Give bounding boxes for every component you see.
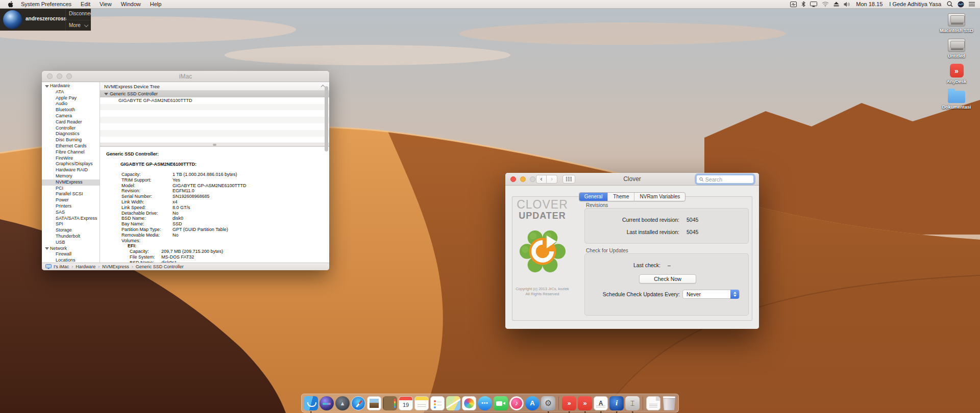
sidebar-item[interactable]: Disc Burning bbox=[42, 137, 100, 143]
tree-row-controller[interactable]: Generic SSD Controller bbox=[100, 91, 329, 97]
check-now-button[interactable]: Check Now bbox=[639, 274, 696, 283]
dock-app[interactable] bbox=[446, 396, 461, 411]
breadcrumb-item[interactable]: I's iMac› bbox=[54, 264, 76, 269]
dock-app[interactable] bbox=[662, 396, 677, 411]
sidebar-item[interactable]: Storage bbox=[42, 227, 100, 234]
sidebar-item[interactable]: NVMExpress bbox=[42, 179, 100, 186]
sidebar-item[interactable]: USB bbox=[42, 240, 100, 246]
dock-app[interactable]: ••• bbox=[477, 396, 493, 411]
detail-scrollbar[interactable] bbox=[324, 83, 329, 262]
sidebar-item[interactable]: Diagnostics bbox=[42, 131, 100, 137]
menu-clock[interactable]: Mon 18.15 bbox=[855, 1, 884, 7]
menu-item[interactable]: System Preferences bbox=[16, 0, 76, 9]
minimize-button[interactable] bbox=[520, 176, 526, 182]
dock-app[interactable]: ⌶ bbox=[625, 396, 640, 411]
menu-item[interactable]: View bbox=[95, 0, 116, 9]
dock-app[interactable] bbox=[641, 396, 645, 411]
desktop-icon[interactable]: » AnyDesk bbox=[937, 63, 976, 84]
tab[interactable]: General bbox=[579, 193, 608, 201]
dock-app[interactable] bbox=[382, 396, 398, 411]
device-tree-header[interactable]: NVMExpress Device Tree bbox=[100, 82, 329, 91]
dock-app[interactable] bbox=[366, 396, 382, 411]
back-button[interactable]: ‹ bbox=[536, 175, 547, 184]
breadcrumb-item[interactable]: Generic SSD Controller› bbox=[136, 264, 184, 269]
dock-app[interactable]: ▲ bbox=[335, 396, 350, 411]
sidebar-item[interactable]: PCI bbox=[42, 186, 100, 192]
more-button[interactable]: More bbox=[69, 22, 81, 28]
desktop-icon[interactable]: Untitled bbox=[937, 38, 976, 59]
sidebar-item[interactable]: Graphics/Displays bbox=[42, 161, 100, 167]
dock-app[interactable]: A bbox=[593, 396, 608, 411]
sidebar-item[interactable]: Hardware bbox=[42, 83, 100, 89]
sidebar-item[interactable]: Card Reader bbox=[42, 119, 100, 125]
spotlight-search-icon[interactable] bbox=[947, 1, 953, 7]
sidebar-item[interactable]: Memory bbox=[42, 173, 100, 179]
dock-app[interactable] bbox=[319, 396, 334, 411]
dock-app[interactable] bbox=[556, 396, 561, 411]
disconnect-button[interactable]: Disconnect bbox=[69, 11, 91, 16]
sidebar-item[interactable]: Controller bbox=[42, 125, 100, 132]
sidebar-item[interactable]: Audio bbox=[42, 101, 100, 107]
sidebar-item[interactable]: SPI bbox=[42, 221, 100, 227]
pane-splitter[interactable] bbox=[100, 143, 329, 147]
forward-button[interactable]: › bbox=[547, 175, 557, 184]
tab[interactable]: Theme bbox=[608, 193, 634, 201]
apple-menu-icon[interactable] bbox=[5, 1, 16, 8]
sidebar-item[interactable]: Fibre Channel bbox=[42, 149, 100, 156]
dock-app[interactable] bbox=[430, 396, 445, 411]
sidebar-item[interactable]: FireWire bbox=[42, 156, 100, 162]
tab[interactable]: NVRam Variables bbox=[634, 193, 685, 201]
dock-app[interactable] bbox=[461, 396, 477, 411]
menu-item[interactable]: Help bbox=[145, 0, 166, 9]
menu-user-name[interactable]: I Gede Adhitiya Yasa bbox=[888, 1, 942, 7]
sidebar-item[interactable]: Power bbox=[42, 197, 100, 203]
zoom-button[interactable] bbox=[530, 176, 535, 182]
tree-row-device[interactable]: GIGABYTE GP-ASM2NE6100TTTD bbox=[100, 97, 329, 104]
sidebar-item[interactable]: Bluetooth bbox=[42, 107, 100, 113]
sidebar-item[interactable]: Firewall bbox=[42, 251, 100, 257]
sidebar-item[interactable]: Thunderbolt bbox=[42, 234, 100, 240]
dock-app[interactable] bbox=[351, 396, 366, 411]
dock-app[interactable]: » bbox=[561, 396, 577, 411]
wifi-icon[interactable] bbox=[822, 2, 829, 7]
breadcrumb-item[interactable]: NVMExpress› bbox=[102, 264, 136, 269]
scrollbar-thumb[interactable] bbox=[325, 86, 328, 151]
clover-titlebar[interactable]: ‹ › Clover bbox=[505, 173, 759, 186]
search-input[interactable] bbox=[705, 176, 751, 183]
dock-app[interactable]: ♪ bbox=[509, 396, 524, 411]
dock-app[interactable] bbox=[414, 396, 429, 411]
breadcrumb-item[interactable]: Hardware› bbox=[76, 264, 102, 269]
desktop-icon[interactable]: Dokumentasi bbox=[937, 89, 976, 110]
close-button[interactable] bbox=[510, 176, 516, 182]
menu-item[interactable]: Edit bbox=[76, 0, 95, 9]
zoom-button[interactable] bbox=[66, 73, 72, 79]
sidebar-item[interactable]: SATA/SATA Express bbox=[42, 216, 100, 222]
sidebar-item[interactable]: Apple Pay bbox=[42, 95, 100, 101]
desktop-icon[interactable]: Macintosh SSD bbox=[937, 12, 976, 33]
sysinfo-titlebar[interactable]: iMac bbox=[42, 71, 329, 82]
anydesk-status-icon[interactable] bbox=[790, 2, 797, 7]
display-mirroring-icon[interactable] bbox=[810, 2, 817, 7]
siri-icon[interactable] bbox=[958, 1, 964, 8]
show-all-button[interactable] bbox=[562, 175, 575, 184]
bluetooth-icon[interactable] bbox=[801, 1, 805, 7]
dock-app[interactable]: i bbox=[609, 396, 624, 411]
sidebar-item[interactable]: Ethernet Cards bbox=[42, 143, 100, 149]
dock-app[interactable]: 19 bbox=[398, 396, 413, 411]
sidebar-item[interactable]: Parallel SCSI bbox=[42, 191, 100, 197]
dock-app[interactable] bbox=[303, 396, 318, 411]
dock-app[interactable]: » bbox=[577, 396, 593, 411]
sidebar-item[interactable]: SAS bbox=[42, 210, 100, 216]
dock-app[interactable]: A bbox=[525, 396, 540, 411]
search-field[interactable] bbox=[696, 175, 754, 184]
dock-app[interactable] bbox=[646, 396, 661, 411]
notification-center-icon[interactable] bbox=[969, 2, 975, 7]
minimize-button[interactable] bbox=[57, 73, 62, 79]
sidebar-item[interactable]: Locations bbox=[42, 257, 100, 263]
eject-icon[interactable] bbox=[834, 2, 839, 7]
schedule-popup-button[interactable]: Never bbox=[682, 290, 740, 299]
volume-icon[interactable] bbox=[844, 2, 850, 7]
menu-item[interactable]: Window bbox=[116, 0, 145, 9]
dock-app[interactable] bbox=[493, 396, 508, 411]
close-button[interactable] bbox=[47, 73, 53, 79]
